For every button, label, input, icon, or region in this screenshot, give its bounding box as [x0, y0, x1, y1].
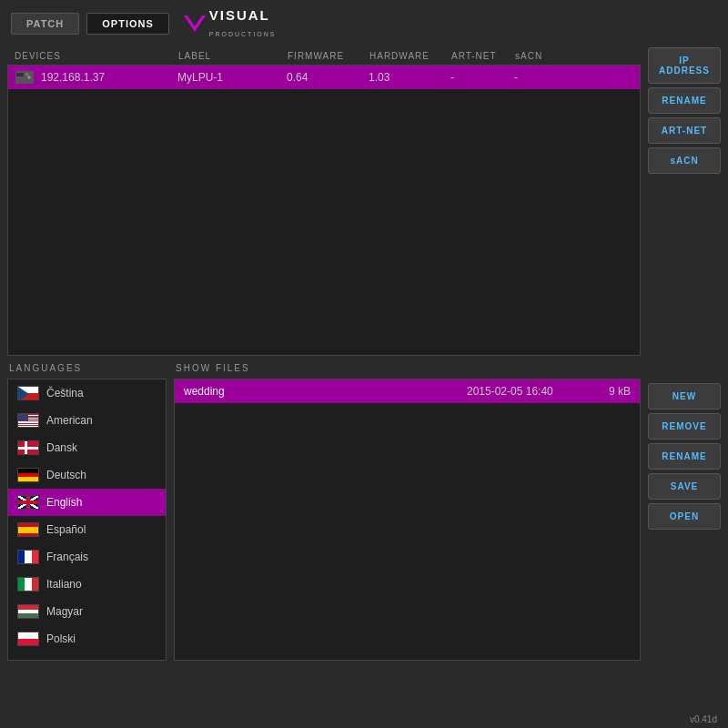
version-text: v0.41d	[0, 711, 728, 728]
flag-de	[17, 468, 39, 482]
new-file-button[interactable]: NEW	[648, 383, 721, 410]
lang-label-espanol: Español	[46, 523, 86, 536]
flag-hu	[17, 604, 39, 619]
lang-label-american: American	[46, 414, 93, 427]
svg-point-4	[27, 76, 31, 79]
col-header-artnet: ART-NET	[451, 51, 515, 61]
col-header-label: LABEL	[178, 51, 288, 61]
file-size: 9 kB	[585, 385, 631, 398]
file-name: wedding	[184, 385, 467, 398]
flag-pl	[17, 632, 39, 646]
col-header-hardware: HARDWARE	[369, 51, 451, 61]
bottom-section: LANGUAGES Čeština American Dansk Deutsch	[7, 363, 721, 711]
showfiles-list: wedding 2015-02-05 16:40 9 kB	[174, 379, 641, 661]
lang-label-dansk: Dansk	[46, 441, 77, 454]
lang-item-deutsch[interactable]: Deutsch	[8, 461, 166, 489]
svg-rect-2	[16, 73, 24, 76]
lang-item-italiano[interactable]: Italiano	[8, 571, 166, 598]
col-header-devices: DEVICES	[15, 51, 178, 61]
lang-item-espanol[interactable]: Español	[8, 516, 166, 543]
lang-label-italiano: Italiano	[46, 578, 82, 591]
svg-marker-0	[184, 15, 206, 32]
save-file-button[interactable]: SAVE	[648, 473, 721, 500]
flag-gb	[17, 495, 39, 510]
col-header-firmware: FIRMWARE	[288, 51, 369, 61]
lang-item-magyar[interactable]: Magyar	[8, 598, 166, 625]
device-label: MyLPU-1	[177, 71, 287, 84]
file-row-wedding[interactable]: wedding 2015-02-05 16:40 9 kB	[175, 379, 640, 403]
svg-rect-3	[25, 73, 28, 76]
flag-es	[17, 522, 39, 537]
patch-tab[interactable]: PATCH	[11, 13, 79, 35]
device-artnet: -	[450, 71, 514, 84]
languages-title: LANGUAGES	[7, 363, 167, 373]
remove-file-button[interactable]: REMOVE	[648, 413, 721, 440]
languages-list: Čeština American Dansk Deutsch English	[7, 379, 167, 661]
flag-us	[17, 413, 39, 428]
showfiles-title: SHOW FILES	[174, 363, 641, 373]
file-date: 2015-02-05 16:40	[467, 385, 585, 398]
lang-item-francais[interactable]: Français	[8, 543, 166, 571]
flag-it	[17, 577, 39, 592]
lang-item-dansk[interactable]: Dansk	[8, 434, 166, 461]
devices-table: 192.168.1.37 MyLPU-1 0.64 1.03 - -	[7, 65, 641, 356]
logo-text: VISUAL	[209, 7, 270, 23]
lang-label-francais: Français	[46, 551, 88, 563]
showfiles-container: SHOW FILES wedding 2015-02-05 16:40 9 kB…	[174, 363, 721, 711]
flag-dk	[17, 440, 39, 455]
flag-fr	[17, 550, 39, 564]
logo-name: VISUAL PRODUCTIONS	[209, 7, 277, 40]
header: PATCH OPTIONS VISUAL PRODUCTIONS	[0, 0, 728, 47]
options-tab[interactable]: OPTIONS	[86, 13, 169, 35]
logo-icon	[184, 15, 206, 32]
logo-sub: PRODUCTIONS	[209, 31, 277, 37]
lang-item-american[interactable]: American	[8, 407, 166, 434]
sacn-button[interactable]: sACN	[648, 147, 721, 174]
table-header: DEVICES LABEL FIRMWARE HARDWARE ART-NET …	[7, 47, 641, 65]
device-icon	[15, 71, 34, 84]
lang-label-deutsch: Deutsch	[46, 469, 86, 481]
rename-file-button[interactable]: RENAME	[648, 443, 721, 470]
logo: VISUAL PRODUCTIONS	[184, 7, 277, 40]
app-container: PATCH OPTIONS VISUAL PRODUCTIONS DEVICES…	[0, 0, 728, 728]
devices-table-container: DEVICES LABEL FIRMWARE HARDWARE ART-NET …	[7, 47, 641, 356]
device-firmware: 0.64	[287, 71, 369, 84]
device-sacn: -	[514, 71, 569, 84]
lang-item-polski[interactable]: Polski	[8, 625, 166, 652]
ip-address-button[interactable]: IP ADDRESS	[648, 47, 721, 84]
lang-label-cestina: Čeština	[46, 387, 84, 399]
lang-label-polski: Polski	[46, 632, 76, 645]
lang-item-english[interactable]: English	[8, 489, 166, 516]
devices-side-buttons: IP ADDRESS RENAME ART-NET sACN	[648, 47, 721, 174]
showfiles-panel: SHOW FILES wedding 2015-02-05 16:40 9 kB	[174, 363, 641, 711]
lang-label-english: English	[46, 496, 82, 509]
rename-device-button[interactable]: RENAME	[648, 87, 721, 114]
showfiles-side-buttons: NEW REMOVE RENAME SAVE OPEN	[648, 363, 721, 711]
lang-item-cestina[interactable]: Čeština	[8, 379, 166, 407]
device-hardware: 1.03	[369, 71, 450, 84]
devices-section: DEVICES LABEL FIRMWARE HARDWARE ART-NET …	[7, 47, 721, 356]
devices-row-container: DEVICES LABEL FIRMWARE HARDWARE ART-NET …	[7, 47, 721, 356]
col-header-sacn: sACN	[515, 51, 570, 61]
lang-label-magyar: Magyar	[46, 605, 83, 618]
flag-cz	[17, 386, 39, 400]
languages-panel: LANGUAGES Čeština American Dansk Deutsch	[7, 363, 167, 711]
device-ip: 192.168.1.37	[41, 71, 177, 84]
artnet-button[interactable]: ART-NET	[648, 117, 721, 144]
device-row[interactable]: 192.168.1.37 MyLPU-1 0.64 1.03 - -	[8, 66, 640, 89]
open-file-button[interactable]: OPEN	[648, 503, 721, 530]
